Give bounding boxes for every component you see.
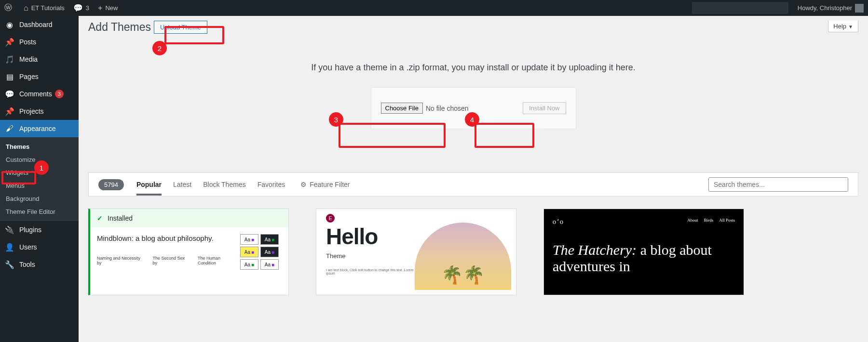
brush-icon: 🖌 (5, 124, 14, 133)
adminbar-search[interactable] (692, 2, 788, 14)
chevron-down-icon: ▼ (848, 24, 853, 29)
preview-col: The Second Sex by (153, 256, 189, 265)
howdy-text: Howdy, Christopher (798, 4, 852, 12)
theme-card[interactable]: E Hello Theme I am text block. Click edi… (316, 209, 516, 295)
upload-form: Choose File No file chosen Install Now (371, 87, 576, 129)
plus-icon: + (98, 4, 102, 13)
sidebar-label: Users (19, 243, 37, 251)
elementor-icon: E (326, 214, 335, 223)
theme-card[interactable]: oʻo About Birds All Posts The Hatchery: … (543, 209, 744, 295)
theme-preview-nav: About Birds All Posts (553, 218, 735, 223)
installed-label: Installed (108, 214, 133, 222)
sidebar-label: Projects (19, 107, 44, 115)
swatch-text: Aa (265, 262, 271, 267)
admin-sidebar: ◉Dashboard 📌Posts 🎵Media ▤Pages 💬Comment… (0, 16, 79, 342)
swatch-text: Aa (244, 262, 250, 267)
sidebar-label: Dashboard (19, 21, 53, 28)
install-now-button[interactable]: Install Now (523, 102, 566, 114)
dashboard-icon: ◉ (5, 20, 14, 29)
plug-icon: 🔌 (5, 225, 14, 235)
users-icon: 👤 (5, 243, 14, 252)
submenu-menus[interactable]: Menus (0, 179, 79, 192)
filter-favorites[interactable]: Favorites (252, 181, 291, 188)
sidebar-label: Pages (19, 73, 39, 80)
sidebar-item-dashboard[interactable]: ◉Dashboard (0, 16, 79, 33)
sidebar-item-media[interactable]: 🎵Media (0, 51, 79, 68)
help-tab[interactable]: Help▼ (828, 21, 858, 32)
help-label: Help (833, 23, 846, 30)
upload-instruction: If you have a theme in a .zip format, yo… (88, 63, 858, 73)
style-swatches: Aa■Aa■ Aa■Aa■ Aa■Aa■ (240, 234, 282, 270)
appearance-submenu: Themes Customize Widgets Menus Backgroun… (0, 137, 79, 221)
wp-logo[interactable]: ⓦ (0, 0, 19, 16)
swatch-text: Aa (265, 250, 271, 255)
installed-banner: ✓Installed (90, 209, 288, 227)
theme-preview-logo: oʻo (553, 218, 564, 226)
nav-link: About (687, 218, 698, 223)
comments-link[interactable]: 💬3 (69, 0, 94, 16)
submenu-customize[interactable]: Customize (0, 153, 79, 166)
site-link[interactable]: ⌂ET Tutorials (19, 0, 69, 16)
theme-count: 5794 (98, 179, 124, 190)
preview-col: Naming and Necessity by (97, 256, 143, 265)
page-body: Help▼ Add Themes Upload Theme If you hav… (79, 16, 868, 342)
account-link[interactable]: Howdy, Christopher (793, 0, 868, 16)
site-name: ET Tutorials (31, 4, 65, 12)
theme-filter-bar: 5794 Popular Latest Block Themes Favorit… (88, 172, 858, 197)
admin-bar: ⓦ ⌂ET Tutorials 💬3 +New Howdy, Christoph… (0, 0, 868, 16)
sidebar-label: Media (19, 55, 38, 63)
swatch-text: Aa (244, 250, 250, 255)
submenu-widgets[interactable]: Widgets (0, 166, 79, 179)
media-icon: 🎵 (5, 55, 14, 64)
sidebar-item-tools[interactable]: 🔧Tools (0, 256, 79, 273)
sidebar-label: Tools (19, 261, 35, 268)
theme-title-em: The Hatchery: (553, 242, 637, 258)
sidebar-label: Plugins (19, 226, 41, 234)
wrench-icon: 🔧 (5, 260, 14, 269)
palm-icon: 🌴🌴 (441, 265, 485, 285)
swatch-text: Aa (244, 237, 250, 242)
submenu-background[interactable]: Background (0, 192, 79, 205)
sidebar-label: Appearance (19, 125, 56, 132)
avatar (855, 4, 864, 13)
sidebar-item-plugins[interactable]: 🔌Plugins (0, 221, 79, 238)
gear-icon: ⚙ (300, 181, 307, 188)
search-themes-input[interactable] (708, 177, 848, 192)
theme-grid: ✓Installed Mindblown: a blog about philo… (88, 209, 858, 295)
sidebar-label: Comments (19, 90, 52, 98)
theme-preview-desc: I am text block. Click edit button to ch… (326, 268, 422, 275)
page-icon: ▤ (5, 72, 14, 81)
sidebar-item-posts[interactable]: 📌Posts (0, 33, 79, 51)
filter-block-themes[interactable]: Block Themes (197, 181, 251, 188)
theme-preview-heading: Mindblown: a blog about philosophy. (97, 234, 237, 242)
filter-latest[interactable]: Latest (167, 181, 197, 188)
sidebar-item-users[interactable]: 👤Users (0, 238, 79, 256)
choose-file-button[interactable]: Choose File (381, 103, 423, 114)
theme-preview-heading: The Hatchery: a blog about adventures in (553, 242, 735, 275)
home-icon: ⌂ (24, 4, 28, 13)
sidebar-item-projects[interactable]: 📌Projects (0, 103, 79, 120)
sidebar-label: Posts (19, 38, 36, 46)
check-icon: ✓ (97, 214, 103, 222)
submenu-theme-file-editor[interactable]: Theme File Editor (0, 205, 79, 218)
comment-icon: 💬 (73, 3, 83, 13)
upload-theme-button[interactable]: Upload Theme (154, 21, 207, 34)
feature-filter-toggle[interactable]: ⚙Feature Filter (300, 181, 350, 188)
sidebar-item-comments[interactable]: 💬Comments3 (0, 85, 79, 103)
filter-links: Popular Latest Block Themes Favorites (131, 181, 291, 188)
swatch-text: Aa (265, 237, 271, 242)
submenu-themes[interactable]: Themes (0, 140, 79, 153)
sidebar-item-appearance[interactable]: 🖌Appearance (0, 120, 79, 137)
wordpress-icon: ⓦ (4, 3, 12, 13)
new-label: New (105, 4, 118, 12)
comments-count: 3 (86, 4, 89, 12)
comment-icon: 💬 (5, 90, 14, 99)
sidebar-item-pages[interactable]: ▤Pages (0, 68, 79, 85)
nav-link: All Posts (719, 218, 735, 223)
pin-icon: 📌 (5, 38, 14, 47)
filter-popular[interactable]: Popular (131, 181, 167, 188)
file-chosen-label: No file chosen (426, 105, 469, 112)
new-link[interactable]: +New (94, 0, 122, 16)
nav-link: Birds (704, 218, 714, 223)
theme-card[interactable]: ✓Installed Mindblown: a blog about philo… (88, 209, 289, 295)
